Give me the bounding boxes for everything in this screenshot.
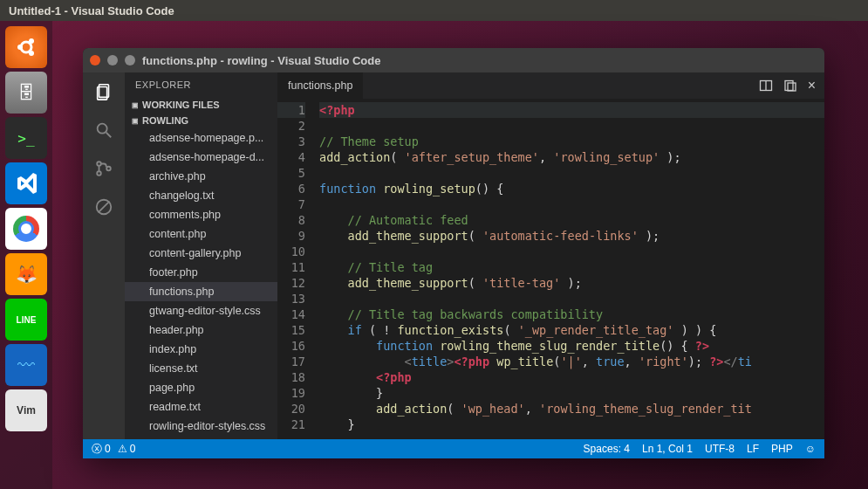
tab-functions-php[interactable]: functions.php <box>277 72 364 99</box>
launcher-files-icon[interactable]: 🗄 <box>5 72 47 114</box>
file-item[interactable]: comments.php <box>125 205 277 224</box>
launcher-ubuntu-icon[interactable] <box>5 26 47 68</box>
launcher-firefox-icon[interactable]: 🦊 <box>5 253 47 295</box>
unity-launcher: 🗄 >_ 🦊 LINE 〰 Vim <box>0 21 52 489</box>
warning-icon: ⚠ <box>118 443 127 455</box>
code-editor[interactable]: 123456789101112131415161718192021 <?php … <box>277 99 824 439</box>
activity-search-icon[interactable] <box>93 120 114 141</box>
svg-rect-15 <box>785 81 793 91</box>
code-content[interactable]: <?php // Theme setupadd_action( 'after_s… <box>312 99 824 439</box>
tab-bar: functions.php × <box>277 72 824 99</box>
file-item[interactable]: footer.php <box>125 263 277 282</box>
error-icon: ⓧ <box>92 442 102 457</box>
svg-point-6 <box>98 124 107 134</box>
launcher-vscode-icon[interactable] <box>5 162 47 204</box>
window-maximize-button[interactable] <box>125 55 135 65</box>
chevron-down-icon: ▣ <box>132 117 139 125</box>
section-folder[interactable]: ▣ ROWLING <box>125 113 277 128</box>
launcher-line-icon[interactable]: LINE <box>5 299 47 341</box>
more-actions-icon[interactable] <box>783 79 797 93</box>
file-item[interactable]: archive.php <box>125 167 277 186</box>
file-item[interactable]: index.php <box>125 340 277 359</box>
svg-point-9 <box>97 171 101 176</box>
line-gutter: 123456789101112131415161718192021 <box>277 99 312 439</box>
file-list: adsense-homepage.p...adsense-homepage-d.… <box>125 128 277 436</box>
vscode-titlebar[interactable]: functions.php - rowling - Visual Studio … <box>83 48 824 72</box>
window-minimize-button[interactable] <box>107 55 118 65</box>
launcher-chrome-icon[interactable] <box>5 208 47 250</box>
svg-line-7 <box>106 133 112 138</box>
close-tab-icon[interactable]: × <box>808 78 816 93</box>
activity-bar <box>83 72 125 439</box>
file-item[interactable]: changelog.txt <box>125 186 277 205</box>
vscode-window: functions.php - rowling - Visual Studio … <box>83 48 824 458</box>
window-close-button[interactable] <box>90 55 100 65</box>
launcher-vim-icon[interactable]: Vim <box>5 389 47 431</box>
editor-area: functions.php × 123456789101112131415161… <box>277 72 824 439</box>
activity-debug-icon[interactable] <box>93 196 114 217</box>
status-spaces[interactable]: Spaces: 4 <box>584 443 630 455</box>
editor-actions: × <box>750 72 824 99</box>
file-item[interactable]: header.php <box>125 320 277 340</box>
status-language[interactable]: PHP <box>771 443 793 455</box>
menubar-title: Untitled-1 - Visual Studio Code <box>9 4 174 17</box>
activity-explorer-icon[interactable] <box>93 81 114 102</box>
status-feedback-icon[interactable]: ☺ <box>805 443 816 455</box>
explorer-sidebar: EXPLORER ▣ WORKING FILES ▣ ROWLING adsen… <box>125 72 277 439</box>
status-eol[interactable]: LF <box>747 443 759 455</box>
file-item[interactable]: content.php <box>125 224 277 244</box>
file-item[interactable]: adsense-homepage.p... <box>125 128 277 148</box>
file-item[interactable]: adsense-homepage-d... <box>125 148 277 167</box>
file-item[interactable]: license.txt <box>125 359 277 378</box>
svg-rect-16 <box>788 83 796 91</box>
status-cursor[interactable]: Ln 1, Col 1 <box>642 443 693 455</box>
window-title: functions.php - rowling - Visual Studio … <box>142 54 380 67</box>
svg-point-10 <box>106 167 111 171</box>
file-item[interactable]: rowling-editor-styles.css <box>125 417 277 436</box>
file-item[interactable]: content-gallery.php <box>125 244 277 263</box>
svg-point-8 <box>97 162 101 166</box>
launcher-sysmonitor-icon[interactable]: 〰 <box>5 344 47 386</box>
split-editor-icon[interactable] <box>759 79 773 93</box>
file-item[interactable]: functions.php <box>125 282 277 301</box>
status-bar: ⓧ 0 ⚠ 0 Spaces: 4 Ln 1, Col 1 UTF-8 LF P… <box>83 439 824 458</box>
activity-git-icon[interactable] <box>93 158 114 179</box>
file-item[interactable]: gtwang-editor-style.css <box>125 301 277 320</box>
desktop-menubar: Untitled-1 - Visual Studio Code <box>0 0 868 21</box>
sidebar-header: EXPLORER <box>125 72 277 97</box>
chevron-down-icon: ▣ <box>132 101 139 109</box>
launcher-terminal-icon[interactable]: >_ <box>5 117 47 159</box>
svg-line-12 <box>99 202 110 213</box>
file-item[interactable]: page.php <box>125 378 277 397</box>
section-working-files[interactable]: ▣ WORKING FILES <box>125 97 277 113</box>
status-warnings[interactable]: ⚠ 0 <box>118 443 136 455</box>
status-errors[interactable]: ⓧ 0 <box>92 442 111 457</box>
status-encoding[interactable]: UTF-8 <box>705 443 735 455</box>
file-item[interactable]: readme.txt <box>125 397 277 417</box>
